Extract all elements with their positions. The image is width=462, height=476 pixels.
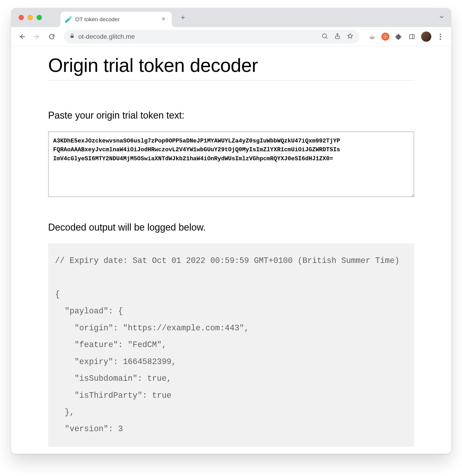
svg-rect-3 [410, 34, 414, 39]
reload-button[interactable] [46, 31, 57, 42]
page-viewport: Origin trial token decoder Paste your or… [11, 46, 451, 454]
forward-button[interactable] [31, 31, 42, 42]
coffee-icon[interactable]: ☕︎ [368, 32, 376, 41]
svg-rect-0 [71, 36, 74, 38]
back-button[interactable] [16, 31, 28, 42]
toolbar: ot-decode.glitch.me ☕︎ ⦿ [11, 27, 451, 46]
page-title: Origin trial token decoder [48, 54, 414, 76]
extensions-puzzle-icon[interactable] [394, 32, 403, 41]
search-icon[interactable] [321, 33, 328, 41]
new-tab-button[interactable] [177, 12, 189, 23]
share-icon[interactable] [334, 33, 341, 41]
side-panel-icon[interactable] [408, 32, 416, 41]
lock-icon [69, 33, 75, 40]
profile-avatar[interactable] [421, 31, 432, 42]
decoded-output: // Expiry date: Sat Oct 01 2022 00:59:59… [48, 244, 414, 447]
paste-label: Paste your origin trial token text: [48, 110, 414, 121]
window-minimize-button[interactable] [28, 15, 33, 20]
window-controls [19, 15, 42, 20]
browser-tab[interactable]: 🧪 OT token decoder [60, 12, 172, 27]
orange-extension-icon[interactable]: ⦿ [381, 32, 390, 41]
bookmark-star-icon[interactable] [347, 33, 354, 41]
tabs-overflow-button[interactable] [438, 14, 445, 21]
browser-window: 🧪 OT token decoder ot-decode.glit [11, 8, 451, 454]
window-zoom-button[interactable] [37, 15, 42, 20]
tab-title: OT token decoder [75, 16, 157, 23]
url-text: ot-decode.glitch.me [78, 33, 135, 40]
svg-point-1 [322, 34, 326, 38]
decoded-label: Decoded output will be logged below. [48, 222, 414, 233]
token-input[interactable] [48, 132, 414, 197]
address-bar[interactable]: ot-decode.glitch.me [64, 30, 359, 44]
title-divider [48, 80, 414, 81]
window-close-button[interactable] [19, 15, 24, 20]
browser-menu-button[interactable] [436, 32, 445, 41]
omnibox-actions [321, 33, 354, 41]
tab-strip: 🧪 OT token decoder [11, 8, 451, 27]
test-tube-icon: 🧪 [65, 16, 72, 23]
extensions-area: ☕︎ ⦿ [368, 31, 445, 42]
close-tab-button[interactable] [160, 15, 167, 24]
